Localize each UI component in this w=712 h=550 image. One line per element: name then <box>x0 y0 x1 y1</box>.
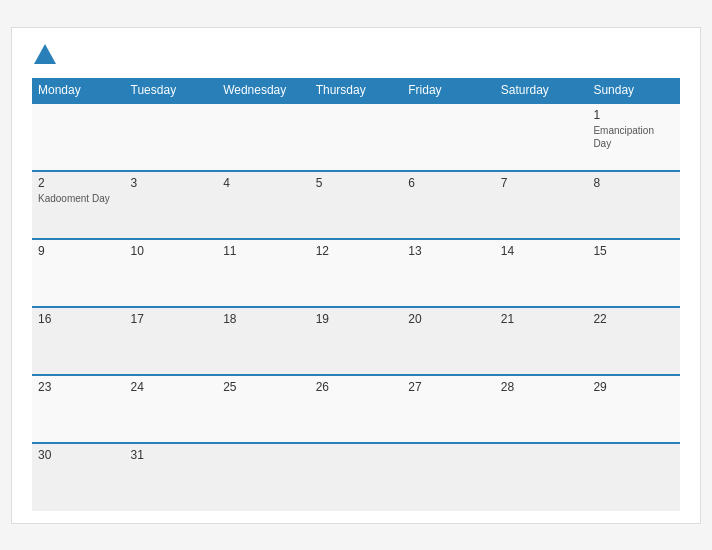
day-number: 29 <box>593 380 674 394</box>
calendar-cell <box>310 443 403 511</box>
calendar-cell <box>495 443 588 511</box>
calendar-cell: 17 <box>125 307 218 375</box>
calendar-cell <box>217 103 310 171</box>
calendar-cell: 11 <box>217 239 310 307</box>
day-number: 12 <box>316 244 397 258</box>
calendar-cell <box>495 103 588 171</box>
calendar-cell: 15 <box>587 239 680 307</box>
day-number: 27 <box>408 380 489 394</box>
day-number: 15 <box>593 244 674 258</box>
calendar-cell <box>587 443 680 511</box>
week-row-5: 23242526272829 <box>32 375 680 443</box>
calendar-cell: 10 <box>125 239 218 307</box>
calendar-container: MondayTuesdayWednesdayThursdayFridaySatu… <box>11 27 701 524</box>
day-number: 23 <box>38 380 119 394</box>
day-event: Emancipation Day <box>593 124 674 150</box>
day-number: 11 <box>223 244 304 258</box>
weekday-header-row: MondayTuesdayWednesdayThursdayFridaySatu… <box>32 78 680 103</box>
day-number: 8 <box>593 176 674 190</box>
calendar-table: MondayTuesdayWednesdayThursdayFridaySatu… <box>32 78 680 511</box>
day-number: 22 <box>593 312 674 326</box>
day-event: Kadooment Day <box>38 192 119 205</box>
svg-marker-0 <box>34 44 56 64</box>
week-row-6: 3031 <box>32 443 680 511</box>
day-number: 31 <box>131 448 212 462</box>
day-number: 3 <box>131 176 212 190</box>
calendar-cell: 31 <box>125 443 218 511</box>
weekday-header-saturday: Saturday <box>495 78 588 103</box>
day-number: 14 <box>501 244 582 258</box>
day-number: 28 <box>501 380 582 394</box>
calendar-cell: 3 <box>125 171 218 239</box>
day-number: 26 <box>316 380 397 394</box>
calendar-cell: 4 <box>217 171 310 239</box>
week-row-4: 16171819202122 <box>32 307 680 375</box>
day-number: 19 <box>316 312 397 326</box>
day-number: 16 <box>38 312 119 326</box>
day-number: 20 <box>408 312 489 326</box>
calendar-cell: 16 <box>32 307 125 375</box>
day-number: 24 <box>131 380 212 394</box>
day-number: 30 <box>38 448 119 462</box>
calendar-cell: 24 <box>125 375 218 443</box>
day-number: 13 <box>408 244 489 258</box>
day-number: 5 <box>316 176 397 190</box>
weekday-header-friday: Friday <box>402 78 495 103</box>
logo <box>32 44 56 68</box>
calendar-cell: 6 <box>402 171 495 239</box>
calendar-thead: MondayTuesdayWednesdayThursdayFridaySatu… <box>32 78 680 103</box>
day-number: 10 <box>131 244 212 258</box>
day-number: 6 <box>408 176 489 190</box>
calendar-cell: 2Kadooment Day <box>32 171 125 239</box>
calendar-cell: 20 <box>402 307 495 375</box>
calendar-cell: 1Emancipation Day <box>587 103 680 171</box>
calendar-cell: 9 <box>32 239 125 307</box>
day-number: 17 <box>131 312 212 326</box>
week-row-1: 1Emancipation Day <box>32 103 680 171</box>
calendar-cell: 21 <box>495 307 588 375</box>
calendar-cell: 22 <box>587 307 680 375</box>
calendar-cell: 8 <box>587 171 680 239</box>
calendar-cell: 14 <box>495 239 588 307</box>
calendar-cell <box>217 443 310 511</box>
calendar-cell: 19 <box>310 307 403 375</box>
calendar-header <box>32 44 680 68</box>
calendar-cell: 28 <box>495 375 588 443</box>
calendar-cell: 26 <box>310 375 403 443</box>
day-number: 21 <box>501 312 582 326</box>
week-row-2: 2Kadooment Day345678 <box>32 171 680 239</box>
calendar-cell: 29 <box>587 375 680 443</box>
weekday-header-monday: Monday <box>32 78 125 103</box>
weekday-header-tuesday: Tuesday <box>125 78 218 103</box>
calendar-cell <box>125 103 218 171</box>
weekday-header-wednesday: Wednesday <box>217 78 310 103</box>
calendar-cell: 18 <box>217 307 310 375</box>
weekday-header-sunday: Sunday <box>587 78 680 103</box>
calendar-cell: 12 <box>310 239 403 307</box>
calendar-cell: 30 <box>32 443 125 511</box>
day-number: 9 <box>38 244 119 258</box>
day-number: 2 <box>38 176 119 190</box>
logo-triangle-icon <box>34 44 56 64</box>
day-number: 25 <box>223 380 304 394</box>
calendar-cell: 25 <box>217 375 310 443</box>
calendar-cell: 13 <box>402 239 495 307</box>
week-row-3: 9101112131415 <box>32 239 680 307</box>
calendar-cell <box>310 103 403 171</box>
day-number: 1 <box>593 108 674 122</box>
calendar-cell <box>402 443 495 511</box>
calendar-cell: 5 <box>310 171 403 239</box>
day-number: 7 <box>501 176 582 190</box>
calendar-cell: 27 <box>402 375 495 443</box>
calendar-cell: 7 <box>495 171 588 239</box>
calendar-body: 1Emancipation Day2Kadooment Day345678910… <box>32 103 680 511</box>
calendar-cell: 23 <box>32 375 125 443</box>
day-number: 18 <box>223 312 304 326</box>
calendar-cell <box>402 103 495 171</box>
weekday-header-thursday: Thursday <box>310 78 403 103</box>
day-number: 4 <box>223 176 304 190</box>
calendar-cell <box>32 103 125 171</box>
